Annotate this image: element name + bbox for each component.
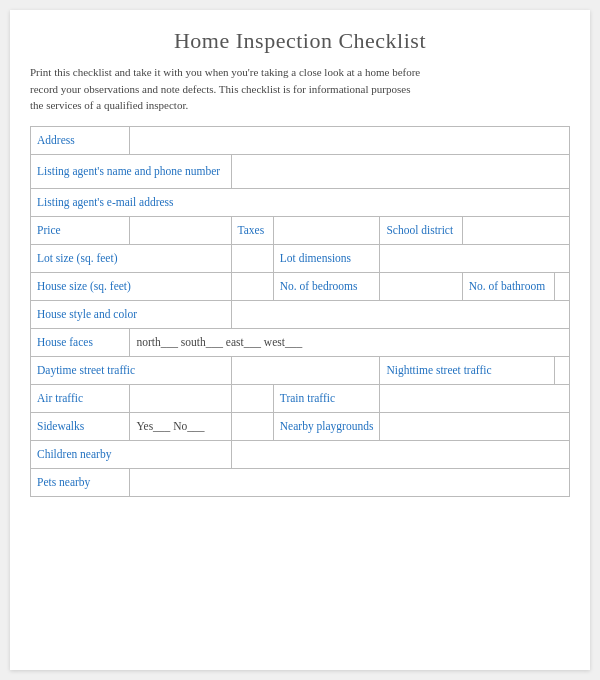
bathrooms-value[interactable] [554,272,569,300]
bathrooms-label: No. of bathroom [462,272,554,300]
train-value[interactable] [380,384,570,412]
housesize-row: House size (sq. feet) No. of bedrooms No… [31,272,570,300]
school-label: School district [380,216,462,244]
train-label: Train traffic [273,384,380,412]
pets-value[interactable] [130,468,570,496]
housesize-label: House size (sq. feet) [31,272,232,300]
desc-line1: Print this checklist and take it with yo… [30,66,420,78]
address-row: Address [31,126,570,154]
page: Home Inspection Checklist Print this che… [10,10,590,670]
children-row: Children nearby [31,440,570,468]
bedrooms-value[interactable] [380,272,462,300]
style-label: House style and color [31,300,232,328]
sidewalks-spacer [231,412,273,440]
daytime-label: Daytime street traffic [31,356,232,384]
air-label: Air traffic [31,384,130,412]
price-label: Price [31,216,130,244]
daytime-value[interactable] [231,356,380,384]
faces-label: House faces [31,328,130,356]
taxes-label: Taxes [231,216,273,244]
price-row: Price Taxes School district [31,216,570,244]
lotdim-value[interactable] [380,244,570,272]
nighttime-label: Nighttime street traffic [380,356,554,384]
desc-line3: the services of a qualified inspector. [30,99,188,111]
sidewalks-row: Sidewalks Yes___ No___ Nearby playground… [31,412,570,440]
listing-row: Listing agent's name and phone number [31,154,570,188]
page-title: Home Inspection Checklist [30,28,570,54]
pets-row: Pets nearby [31,468,570,496]
checklist-table: Address Listing agent's name and phone n… [30,126,570,497]
address-label: Address [31,126,130,154]
lotdim-label: Lot dimensions [273,244,380,272]
description: Print this checklist and take it with yo… [30,64,570,114]
air-row: Air traffic Train traffic [31,384,570,412]
air-spacer [231,384,273,412]
sidewalks-options: Yes___ No___ [130,412,231,440]
style-value[interactable] [231,300,569,328]
pets-label: Pets nearby [31,468,130,496]
address-value[interactable] [130,126,570,154]
listing-label: Listing agent's name and phone number [31,154,232,188]
air-value[interactable] [130,384,231,412]
email-row: Listing agent's e-mail address [31,188,570,216]
sidewalks-label: Sidewalks [31,412,130,440]
taxes-value[interactable] [273,216,380,244]
daytime-row: Daytime street traffic Nighttime street … [31,356,570,384]
children-value[interactable] [231,440,569,468]
lotsize-row: Lot size (sq. feet) Lot dimensions [31,244,570,272]
playgrounds-label: Nearby playgrounds [273,412,380,440]
playgrounds-value[interactable] [380,412,570,440]
children-label: Children nearby [31,440,232,468]
listing-value[interactable] [231,154,569,188]
desc-line2: record your observations and note defect… [30,83,410,95]
faces-options: north___ south___ east___ west___ [130,328,570,356]
nighttime-value[interactable] [554,356,569,384]
bedrooms-label: No. of bedrooms [273,272,380,300]
price-value[interactable] [130,216,231,244]
faces-row: House faces north___ south___ east___ we… [31,328,570,356]
style-row: House style and color [31,300,570,328]
school-value[interactable] [462,216,569,244]
email-label: Listing agent's e-mail address [31,188,570,216]
housesize-value[interactable] [231,272,273,300]
lotsize-label: Lot size (sq. feet) [31,244,232,272]
lotsize-value[interactable] [231,244,273,272]
